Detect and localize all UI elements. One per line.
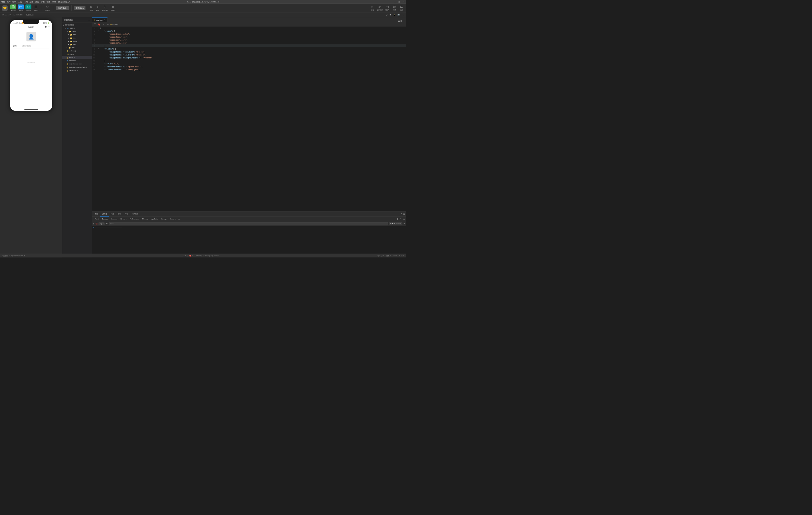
preview-tool[interactable]: 预览 — [95, 5, 101, 12]
tab-network[interactable]: Network — [119, 216, 128, 221]
console-clear-icon[interactable]: 🚫 — [95, 223, 98, 224]
toggle-sidebar-btn[interactable]: ☰ — [93, 23, 96, 26]
tab-problems[interactable]: 问题 — [109, 212, 116, 216]
cate-folder[interactable]: ▶ 📁 cate — [62, 36, 92, 39]
bookmark-btn[interactable]: 🔖 — [97, 23, 101, 26]
camera-icon[interactable]: 📷 — [398, 13, 400, 16]
console-eye-icon[interactable]: 👁 — [106, 222, 108, 225]
menu-item-edit[interactable]: 编辑 — [12, 1, 16, 3]
close-button[interactable]: ✕ — [402, 1, 405, 3]
menu-item-goto[interactable]: 转到 — [24, 1, 27, 3]
version-btn[interactable]: 版本管理 — [377, 5, 383, 11]
editor-more-icon[interactable]: ⋯ — [403, 20, 405, 22]
console-level-select[interactable]: Default levels ▾ — [389, 222, 402, 225]
tab-app-json[interactable]: {} app.json ✕ — [92, 18, 108, 22]
simulator-tool[interactable]: 模拟器 — [10, 5, 16, 12]
utils-folder[interactable]: ▶ 📁 utils — [62, 46, 92, 49]
console-gear-icon[interactable]: ⚙ — [403, 223, 405, 224]
project-private-file[interactable]: {} project.private.config.js... — [62, 65, 92, 69]
phone-signal: ●●●● WeChat 📶 — [12, 22, 24, 24]
menu-item-select[interactable]: 选择 — [30, 1, 33, 3]
tab-code-quality[interactable]: 代码质量 — [130, 212, 140, 216]
tab-build[interactable]: 构建 — [93, 212, 100, 216]
cart-folder[interactable]: ▶ 📁 cart — [62, 33, 92, 36]
settings-icon[interactable]: ⚙ — [397, 218, 399, 220]
tab-output[interactable]: 输出 — [116, 212, 123, 216]
sitemap-file[interactable]: {} sitemap.json — [62, 69, 92, 72]
menu-item-interface[interactable]: 界面 — [41, 1, 45, 3]
tab-storage[interactable]: Storage — [159, 216, 168, 221]
app-js-file[interactable]: JS app.js — [62, 53, 92, 56]
maximize-button[interactable]: □ — [398, 1, 401, 3]
visual-tool[interactable]: 可视化 — [33, 5, 39, 12]
compile-select[interactable]: 普通编译 ▾ — [75, 6, 86, 10]
tab-performance[interactable]: Performance — [128, 216, 141, 221]
clear-cache-tool[interactable]: 清缓存 — [109, 5, 117, 12]
detail-label: 详情 — [393, 9, 396, 11]
nickname-placeholder[interactable]: 请输入昵称 — [22, 44, 49, 47]
phone-icon[interactable]: 📱 — [393, 13, 396, 16]
tab-security[interactable]: Security — [168, 216, 177, 221]
minimize-button[interactable]: ─ — [394, 1, 396, 3]
code-editor[interactable]: 1 ▼ { 2 ▼ "pages": [ 3 "pages/index/inde… — [92, 27, 406, 212]
eslintrc-file[interactable]: ⚙ .eslintrc.js — [62, 49, 92, 53]
devtools-close-btn[interactable]: ✕ — [403, 213, 405, 215]
detail-btn[interactable]: 详情 — [392, 5, 397, 11]
scan-icon[interactable]: ⋯ — [402, 13, 404, 16]
forward-btn[interactable]: → — [106, 23, 109, 26]
record-icon[interactable]: ⏺ — [389, 13, 392, 16]
phone-more-btn[interactable] — [48, 27, 50, 27]
refresh-tool[interactable]: 翻译 — [88, 5, 94, 12]
status-copy-icon[interactable]: ⊞ — [24, 255, 25, 257]
devtools-collapse-btn[interactable]: ⌃ — [401, 213, 402, 215]
more-tabs-icon[interactable]: >> — [178, 218, 180, 220]
editor-tool[interactable]: 编辑器 — [18, 5, 24, 12]
hot-reload-toggle[interactable]: 热重载 开▾ — [26, 14, 34, 16]
editor-bookmark-icon[interactable]: ⊞ — [401, 20, 402, 22]
tab-terminal[interactable]: 终端 — [123, 212, 130, 216]
upload-btn[interactable]: 上传 — [370, 5, 375, 11]
refresh-icon[interactable]: ↺ — [386, 13, 388, 16]
devtools-inner-expand[interactable]: ⛶ — [403, 218, 405, 220]
logs-folder[interactable]: ▶ 📁 logs — [62, 43, 92, 46]
phone-record-btn[interactable]: ⏺ — [45, 25, 47, 28]
menu-item-project[interactable]: 项目 — [1, 1, 5, 3]
tab-sources[interactable]: Sources — [110, 216, 119, 221]
open-editors-section[interactable]: ▶ 打开的编辑器 — [62, 23, 92, 27]
menu-item-file[interactable]: 文件 — [7, 1, 10, 3]
console-prompt[interactable]: > — [93, 227, 405, 229]
devtools-inner-more[interactable]: ⋮ — [400, 218, 402, 220]
notification-btn[interactable]: 消息 — [399, 5, 404, 11]
back-btn[interactable]: ← — [102, 23, 105, 26]
mode-select[interactable]: 小程序模式 ▾ — [56, 6, 69, 10]
app-wxss-file[interactable]: ≋ app.wxss — [62, 59, 92, 62]
cloud-tool[interactable]: 云开发 — [45, 5, 51, 12]
test-btn[interactable]: 测试号 — [385, 5, 390, 11]
console-run-icon[interactable]: ▶ — [93, 223, 94, 224]
menu-item-help[interactable]: 帮助 — [52, 1, 56, 3]
project-config-file[interactable]: {} project.config.json — [62, 62, 92, 65]
editor-menu-icon[interactable]: ☰ — [398, 20, 400, 22]
menu-item-view[interactable]: 视图 — [35, 1, 39, 3]
demo-folder[interactable]: ▼ 🗁 DEMO — [62, 27, 92, 30]
status-path-label[interactable]: 页面路径 — [2, 255, 7, 257]
tab-console[interactable]: Console — [100, 216, 110, 221]
device-info[interactable]: iPhone 14 Pro Max 81% 16▾ — [2, 14, 23, 16]
console-filter-input[interactable] — [109, 222, 388, 225]
tab-close-btn[interactable]: ✕ — [104, 19, 105, 21]
tab-wxml[interactable]: Wxml — [93, 216, 100, 221]
debugger-tool[interactable]: 调试器 — [25, 5, 31, 12]
explorer-more-btn[interactable]: ⋯ — [88, 19, 90, 21]
tab-debugger[interactable]: 调试器 — [100, 212, 109, 216]
index-folder[interactable]: ▶ 📁 index — [62, 39, 92, 43]
real-debug-tool[interactable]: 真机调试 — [101, 5, 109, 12]
pages-folder[interactable]: ▼ 📁 pages — [62, 30, 92, 33]
menu-item-wx[interactable]: 微信开发者工具 — [58, 1, 70, 3]
console-top-select[interactable]: top ▾ — [98, 222, 105, 225]
tab-memory[interactable]: Memory — [141, 216, 150, 221]
app-json-file[interactable]: {} app.json — [62, 56, 92, 59]
tab-appdata[interactable]: AppData — [150, 216, 159, 221]
menu-item-settings[interactable]: 设置 — [47, 1, 50, 3]
status-path-value[interactable]: pages/index/index — [11, 255, 23, 256]
menu-item-tools[interactable]: 工具 — [18, 1, 22, 3]
